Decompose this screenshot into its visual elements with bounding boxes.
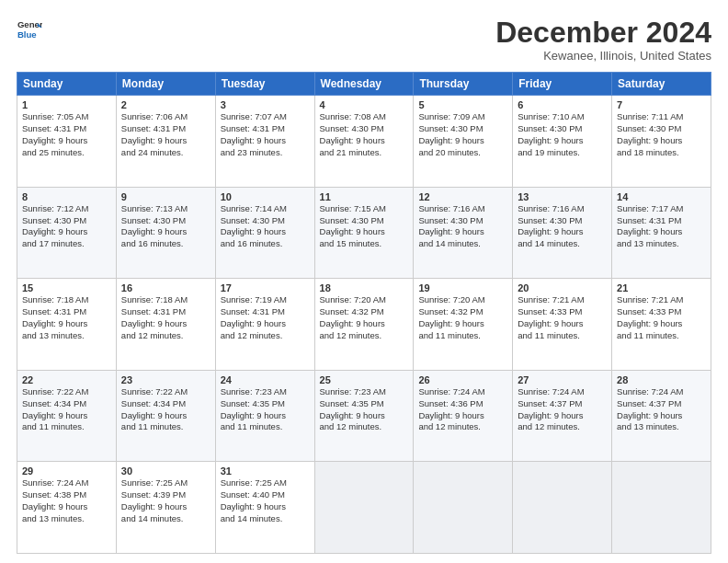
calendar-cell: 2Sunrise: 7:06 AMSunset: 4:31 PMDaylight… bbox=[116, 96, 215, 188]
day-info-line: Sunset: 4:30 PM bbox=[320, 215, 409, 227]
weekday-header-monday: Monday bbox=[116, 73, 215, 96]
weekday-header-friday: Friday bbox=[513, 73, 612, 96]
day-info-line: Sunset: 4:30 PM bbox=[418, 123, 507, 135]
day-info-line: Sunrise: 7:17 AM bbox=[617, 203, 706, 215]
day-info-line: Sunset: 4:30 PM bbox=[22, 215, 111, 227]
day-info-line: Sunset: 4:30 PM bbox=[320, 123, 409, 135]
header: General Blue December 2024 Kewanee, Illi… bbox=[17, 17, 711, 63]
day-info-line: Sunset: 4:31 PM bbox=[121, 123, 210, 135]
day-info-line: Sunrise: 7:24 AM bbox=[518, 386, 607, 398]
day-info-line: Daylight: 9 hours bbox=[22, 135, 111, 147]
calendar-cell: 8Sunrise: 7:12 AMSunset: 4:30 PMDaylight… bbox=[17, 187, 117, 279]
calendar-cell: 7Sunrise: 7:11 AMSunset: 4:30 PMDaylight… bbox=[612, 96, 711, 188]
day-number: 26 bbox=[418, 374, 507, 385]
day-info-line: Daylight: 9 hours bbox=[221, 410, 310, 422]
day-number: 14 bbox=[617, 191, 706, 202]
day-info-line: Sunset: 4:35 PM bbox=[320, 398, 409, 410]
day-info-line: Daylight: 9 hours bbox=[320, 410, 409, 422]
weekday-header-thursday: Thursday bbox=[414, 73, 513, 96]
calendar-table: SundayMondayTuesdayWednesdayThursdayFrid… bbox=[17, 72, 711, 554]
day-info-line: Sunset: 4:30 PM bbox=[121, 215, 210, 227]
calendar-cell: 3Sunrise: 7:07 AMSunset: 4:31 PMDaylight… bbox=[215, 96, 314, 188]
day-info-line: and 12 minutes. bbox=[518, 421, 607, 433]
calendar-cell: 4Sunrise: 7:08 AMSunset: 4:30 PMDaylight… bbox=[314, 96, 414, 188]
calendar-cell: 10Sunrise: 7:14 AMSunset: 4:30 PMDayligh… bbox=[215, 187, 314, 279]
day-info-line: Sunrise: 7:10 AM bbox=[518, 111, 607, 123]
title-block: December 2024 Kewanee, Illinois, United … bbox=[495, 17, 711, 63]
day-info-line: Sunrise: 7:15 AM bbox=[320, 203, 409, 215]
day-info-line: Sunrise: 7:09 AM bbox=[418, 111, 507, 123]
calendar-cell: 24Sunrise: 7:23 AMSunset: 4:35 PMDayligh… bbox=[215, 370, 314, 462]
day-info-line: Sunset: 4:40 PM bbox=[221, 489, 310, 501]
day-info-line: Daylight: 9 hours bbox=[418, 135, 507, 147]
day-number: 10 bbox=[221, 191, 310, 202]
day-number: 1 bbox=[22, 99, 111, 110]
day-number: 8 bbox=[22, 191, 111, 202]
day-info-line: and 18 minutes. bbox=[617, 147, 706, 159]
day-info-line: Daylight: 9 hours bbox=[320, 135, 409, 147]
day-info-line: Sunset: 4:34 PM bbox=[22, 398, 111, 410]
day-info-line: Sunrise: 7:20 AM bbox=[320, 294, 409, 306]
day-number: 18 bbox=[320, 282, 409, 293]
day-info-line: Daylight: 9 hours bbox=[121, 501, 210, 513]
calendar-cell: 13Sunrise: 7:16 AMSunset: 4:30 PMDayligh… bbox=[513, 187, 612, 279]
day-info-line: and 19 minutes. bbox=[518, 147, 607, 159]
day-info-line: and 16 minutes. bbox=[121, 238, 210, 250]
month-title: December 2024 bbox=[495, 17, 711, 49]
day-info-line: Sunset: 4:31 PM bbox=[617, 215, 706, 227]
day-info-line: Sunset: 4:35 PM bbox=[221, 398, 310, 410]
calendar-cell: 28Sunrise: 7:24 AMSunset: 4:37 PMDayligh… bbox=[612, 370, 711, 462]
day-info-line: Daylight: 9 hours bbox=[617, 226, 706, 238]
day-info-line: Daylight: 9 hours bbox=[121, 318, 210, 330]
location: Kewanee, Illinois, United States bbox=[495, 49, 711, 63]
day-number: 23 bbox=[121, 374, 210, 385]
weekday-header-sunday: Sunday bbox=[17, 73, 117, 96]
day-info-line: Sunrise: 7:14 AM bbox=[221, 203, 310, 215]
logo: General Blue bbox=[17, 17, 42, 42]
day-info-line: Sunset: 4:32 PM bbox=[418, 306, 507, 318]
day-info-line: and 12 minutes. bbox=[320, 421, 409, 433]
day-number: 2 bbox=[121, 99, 210, 110]
day-info-line: and 14 minutes. bbox=[121, 513, 210, 525]
day-info-line: Daylight: 9 hours bbox=[221, 226, 310, 238]
calendar-cell: 20Sunrise: 7:21 AMSunset: 4:33 PMDayligh… bbox=[513, 279, 612, 371]
day-info-line: Daylight: 9 hours bbox=[22, 501, 111, 513]
day-info-line: Daylight: 9 hours bbox=[617, 318, 706, 330]
day-number: 7 bbox=[617, 99, 706, 110]
day-info-line: Sunrise: 7:18 AM bbox=[121, 294, 210, 306]
calendar-cell: 15Sunrise: 7:18 AMSunset: 4:31 PMDayligh… bbox=[17, 279, 117, 371]
day-info-line: Daylight: 9 hours bbox=[518, 318, 607, 330]
calendar-cell: 5Sunrise: 7:09 AMSunset: 4:30 PMDaylight… bbox=[414, 96, 513, 188]
day-info-line: and 12 minutes. bbox=[221, 330, 310, 342]
day-info-line: Sunset: 4:31 PM bbox=[221, 123, 310, 135]
day-info-line: Sunset: 4:30 PM bbox=[617, 123, 706, 135]
day-info-line: Sunset: 4:34 PM bbox=[121, 398, 210, 410]
day-info-line: and 11 minutes. bbox=[418, 330, 507, 342]
day-info-line: and 12 minutes. bbox=[121, 330, 210, 342]
day-info-line: Sunrise: 7:23 AM bbox=[221, 386, 310, 398]
day-info-line: Daylight: 9 hours bbox=[22, 318, 111, 330]
day-info-line: Sunrise: 7:05 AM bbox=[22, 111, 111, 123]
day-number: 4 bbox=[320, 99, 409, 110]
day-number: 13 bbox=[518, 191, 607, 202]
day-number: 31 bbox=[221, 465, 310, 477]
day-number: 20 bbox=[518, 282, 607, 293]
day-info-line: Daylight: 9 hours bbox=[518, 135, 607, 147]
svg-text:Blue: Blue bbox=[17, 29, 37, 40]
day-info-line: Sunset: 4:33 PM bbox=[617, 306, 706, 318]
calendar-cell: 16Sunrise: 7:18 AMSunset: 4:31 PMDayligh… bbox=[116, 279, 215, 371]
day-info-line: Daylight: 9 hours bbox=[418, 226, 507, 238]
day-info-line: Sunrise: 7:24 AM bbox=[418, 386, 507, 398]
day-info-line: and 20 minutes. bbox=[418, 147, 507, 159]
day-info-line: and 14 minutes. bbox=[221, 513, 310, 525]
day-number: 19 bbox=[418, 282, 507, 293]
day-info-line: Sunset: 4:37 PM bbox=[617, 398, 706, 410]
calendar-cell: 23Sunrise: 7:22 AMSunset: 4:34 PMDayligh… bbox=[116, 370, 215, 462]
day-info-line: Daylight: 9 hours bbox=[320, 226, 409, 238]
day-info-line: and 11 minutes. bbox=[22, 421, 111, 433]
day-info-line: Sunset: 4:30 PM bbox=[518, 123, 607, 135]
day-number: 17 bbox=[221, 282, 310, 293]
day-info-line: and 11 minutes. bbox=[518, 330, 607, 342]
day-info-line: Sunset: 4:30 PM bbox=[518, 215, 607, 227]
day-number: 15 bbox=[22, 282, 111, 293]
